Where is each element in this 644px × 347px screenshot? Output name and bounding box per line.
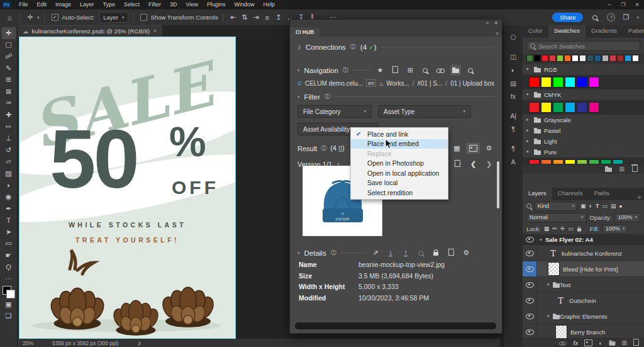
tab-gradients[interactable]: Gradients — [586, 25, 623, 38]
poster-artboard[interactable]: SALE 50 % OFF WHILE STOCKS LAST TREAT YO… — [19, 37, 235, 338]
visibility-toggle[interactable] — [523, 309, 537, 324]
lasso-tool-icon[interactable]: ☍ — [2, 50, 16, 62]
blur-tool-icon[interactable]: ◗ — [2, 179, 16, 191]
visibility-toggle[interactable] — [523, 261, 537, 276]
connections-section-header[interactable]: ❯ Connections ⓘ (4 ✔) — [290, 43, 502, 51]
tab-color[interactable]: Color — [523, 25, 548, 38]
filter-image-icon[interactable]: ▣ — [580, 203, 586, 209]
layer-row[interactable]: ▾Graphic Elements — [523, 309, 644, 324]
adjustments-icon[interactable]: ◐ — [506, 63, 521, 76]
download-icon[interactable]: ↓ — [389, 249, 392, 256]
file-category-dropdown[interactable]: File Category▾ — [297, 105, 372, 118]
home-icon[interactable]: ⌂ — [4, 14, 15, 21]
chevron-right-icon[interactable]: ▸ — [526, 128, 531, 133]
chevron-down-icon[interactable]: ▾ — [547, 314, 552, 319]
panel-menu-icon[interactable]: ≡ — [638, 194, 641, 200]
upload-icon[interactable]: ↑ — [404, 249, 408, 256]
filter-shape-icon[interactable]: ▭ — [602, 203, 608, 209]
minimize-button[interactable]: ─ — [602, 0, 616, 9]
swatch[interactable] — [587, 55, 594, 62]
trash-icon[interactable] — [632, 166, 638, 172]
star-icon[interactable]: ★ — [375, 66, 386, 74]
swatch[interactable] — [565, 102, 575, 113]
swatch[interactable] — [549, 55, 556, 62]
card-view-icon[interactable] — [469, 145, 477, 152]
info-icon[interactable]: ⓘ — [343, 66, 348, 74]
cihub-tab[interactable]: CI HUB — [290, 28, 319, 37]
background-color[interactable] — [6, 290, 15, 299]
layer-row[interactable]: Bleed [Hide for Print] — [523, 261, 644, 277]
context-menu-item[interactable]: Open in local application — [351, 168, 448, 178]
details-section-header[interactable]: ▾ Details ⓘ ⇗ ↓ ↑ ⚙ — [290, 249, 502, 257]
screen-mode-icon[interactable]: ❏ — [2, 310, 16, 322]
swatch[interactable] — [553, 159, 564, 164]
swatch[interactable] — [594, 55, 601, 62]
gear-icon[interactable]: ⚙ — [461, 249, 472, 257]
tab-layers[interactable]: Layers — [523, 188, 552, 200]
layer-row[interactable]: ▾Sale Flyer 02: A4 — [523, 234, 644, 246]
swatch[interactable] — [589, 77, 599, 88]
swatch[interactable] — [577, 159, 587, 164]
add-box-icon[interactable]: ⊞ — [405, 66, 416, 74]
breadcrumb-item[interactable]: #01 | S... — [418, 80, 443, 87]
visibility-toggle[interactable] — [523, 234, 537, 245]
panel-menu-icon[interactable]: ≡ — [496, 30, 499, 37]
swatch[interactable] — [617, 55, 624, 62]
foreground-background-colors[interactable] — [3, 286, 15, 299]
swatch[interactable] — [613, 159, 623, 164]
chevron-down-icon[interactable]: ▾ — [540, 237, 544, 242]
align-left-icon[interactable]: ⇤ — [228, 13, 239, 21]
context-menu-item[interactable]: ✔Place and link — [351, 129, 448, 139]
prev-icon[interactable]: ❮ — [468, 160, 479, 168]
menu-help[interactable]: Help — [259, 0, 280, 9]
layer-mask-icon[interactable] — [584, 339, 592, 346]
marquee-tool-icon[interactable]: ▢ — [2, 39, 16, 51]
menu-plugins[interactable]: Plugins — [203, 0, 230, 9]
blend-mode-dropdown[interactable]: Normal ▾ — [526, 213, 587, 222]
zoom-level[interactable]: 25% — [23, 340, 33, 346]
swatch[interactable] — [553, 77, 564, 88]
fx-icon[interactable]: fx — [506, 89, 521, 103]
breadcrumb-item[interactable]: Works... — [386, 80, 409, 87]
trash-icon[interactable] — [455, 161, 460, 167]
chevron-down-icon[interactable]: ▾ — [297, 94, 300, 100]
external-link-icon[interactable]: ⇗ — [370, 249, 381, 257]
zoom-tool-icon[interactable]: Ϙ — [2, 261, 16, 273]
menu-view[interactable]: View — [182, 0, 203, 9]
move-tool-icon[interactable]: ✛ — [2, 27, 16, 39]
chevron-down-icon[interactable]: ▾ — [526, 149, 531, 154]
quick-mask-icon[interactable]: ▣ — [2, 299, 16, 310]
new-layer-icon[interactable]: ⊞ — [622, 339, 627, 346]
swatch[interactable] — [589, 102, 599, 113]
fill-dropdown[interactable]: 100% ▾ — [602, 224, 628, 234]
layer-row[interactable]: ▾Text — [523, 277, 644, 293]
layer-name[interactable]: Text — [560, 282, 570, 288]
visibility-toggle[interactable] — [523, 324, 537, 339]
chevron-down-icon[interactable]: ▾ — [526, 67, 531, 72]
navigation-section-header[interactable]: ▾ Navigation ⓘ ★ ⊞ — [290, 65, 502, 76]
close-tab-icon[interactable]: ✕ — [153, 28, 157, 34]
layer-row[interactable]: TGutschein — [523, 293, 644, 309]
layer-name[interactable]: kulinarische Konferenz — [562, 250, 622, 257]
chevron-right-icon[interactable]: ▸ — [526, 139, 531, 144]
crop-tool-icon[interactable]: ⊞ — [2, 74, 16, 86]
swatch[interactable] — [534, 55, 541, 62]
info-icon[interactable]: ⓘ — [331, 249, 336, 257]
swatch[interactable] — [557, 55, 564, 62]
layer-name[interactable]: Berry Branch — [570, 329, 605, 336]
menu-filter[interactable]: Filter — [144, 0, 165, 9]
zoom-in-icon[interactable] — [423, 68, 428, 73]
menu-select[interactable]: Select — [119, 0, 144, 9]
swatch[interactable] — [541, 77, 552, 88]
gear-icon[interactable]: ⚙ — [484, 144, 494, 152]
trash-icon[interactable] — [392, 67, 398, 73]
swatch[interactable] — [564, 55, 571, 62]
layer-name[interactable]: Gutschein — [569, 297, 596, 304]
clone-stamp-tool-icon[interactable]: ⊥ — [2, 132, 16, 144]
swatch-group-rgb[interactable]: ▾RGB — [523, 64, 644, 75]
properties-icon[interactable]: ▤ — [506, 76, 521, 89]
adjustment-layer-icon[interactable]: ◐ — [599, 340, 602, 346]
status-chevron-icon[interactable]: ❯ — [137, 341, 141, 346]
context-menu-item[interactable]: Place and embed — [351, 139, 448, 149]
close-panel-icon[interactable]: ✕ — [494, 20, 498, 26]
